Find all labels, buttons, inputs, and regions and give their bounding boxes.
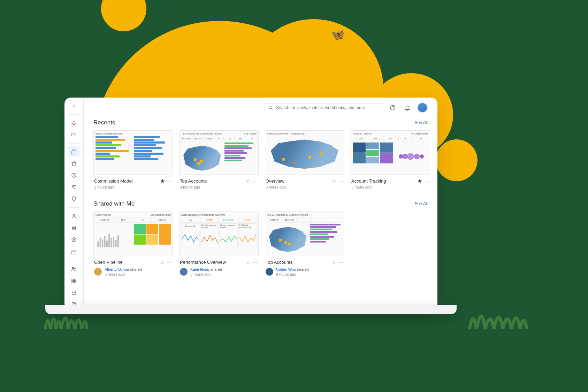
more-menu-button[interactable]: ⋯ [424, 178, 429, 184]
sidebar-item-groups[interactable] [68, 275, 80, 286]
sidebar-item-collections[interactable] [68, 222, 80, 233]
card-time: 2 hours ago [94, 185, 172, 189]
card-overview[interactable]: Executive Overview - Profitability (…) O… [265, 130, 344, 192]
card-time: 3 hours ago [266, 185, 344, 189]
card-open-pipeline[interactable]: Open PipelineElle Rogers's team $12,907,… [93, 212, 173, 280]
sidebar-item-schedules[interactable] [68, 287, 80, 298]
see-all-shared[interactable]: See All [415, 201, 428, 206]
star-icon[interactable]: ☆ [331, 259, 336, 266]
kpi-value: $2,030,000 [282, 217, 297, 223]
search-icon [268, 105, 273, 110]
svg-point-36 [407, 153, 414, 160]
card-performance-overview[interactable]: Sales Navigator | Performance Overview A… [179, 212, 259, 280]
sidebar-item-tableau[interactable] [68, 117, 80, 129]
sidebar-item-home[interactable] [68, 146, 80, 157]
more-menu-button[interactable]: ⋯ [167, 260, 172, 265]
card-title: Overview [266, 178, 284, 184]
thumb-tab: ALL [181, 217, 199, 223]
kpi-value: 2.63 days [203, 136, 213, 141]
sharer-avatar [94, 268, 102, 276]
sidebar-item-recents[interactable] [68, 170, 80, 181]
user-avatar[interactable] [417, 102, 428, 113]
search-box[interactable] [265, 103, 383, 112]
svg-marker-18 [73, 239, 75, 240]
thumb-title-text: Top 20 Accounts by Expected Amount [181, 132, 222, 135]
sidebar-expand-button[interactable] [68, 100, 80, 112]
sidebar-item-external[interactable] [68, 247, 80, 258]
more-menu-button[interactable]: ⋯ [253, 260, 258, 265]
sharer-name[interactable]: Katie Hoag [190, 267, 209, 271]
card-thumbnail: Open PipelineElle Rogers's team $12,907,… [93, 212, 173, 256]
kpi-value: 18 [225, 136, 235, 141]
svg-rect-48 [117, 236, 119, 247]
card-commission-model[interactable]: Sales Commission Model Commission Model [93, 130, 173, 192]
kpi-value [328, 217, 342, 223]
svg-rect-23 [72, 279, 74, 281]
kpi-value: 20 [414, 136, 428, 141]
see-all-recents[interactable]: See All [415, 120, 428, 125]
sidebar-item-recommendations[interactable] [68, 193, 80, 205]
svg-point-35 [402, 154, 408, 159]
sidebar-item-explore[interactable] [68, 234, 80, 245]
sidebar [64, 98, 84, 310]
thumb-title-text: Sales Commission Model [96, 132, 123, 135]
sidebar-item-new[interactable] [68, 129, 80, 140]
svg-rect-42 [104, 236, 105, 247]
card-time: 3 hours ago [351, 185, 429, 189]
svg-rect-27 [72, 291, 76, 295]
laptop-base [45, 305, 457, 314]
kpi-value: $12,907,250 [96, 217, 114, 223]
recents-cards: Sales Commission Model Commission Model [93, 130, 428, 192]
more-menu-button[interactable]: ⋯ [338, 260, 344, 265]
svg-rect-14 [72, 226, 76, 230]
card-account-tracking[interactable]: Account TrackingAll Dashboards $1,270K $… [351, 130, 430, 192]
kpi-value: 160 [383, 136, 398, 141]
svg-point-11 [72, 185, 74, 187]
kpi-value: 5 [398, 136, 413, 141]
sidebar-item-users[interactable] [68, 263, 80, 275]
more-menu-button[interactable]: ⋯ [167, 178, 172, 184]
star-icon[interactable]: ★ [160, 178, 165, 184]
sidebar-item-favorites[interactable] [68, 158, 80, 169]
search-input[interactable] [276, 105, 379, 110]
card-thumbnail: Executive Overview - Profitability (…) [265, 130, 344, 175]
svg-point-31 [269, 106, 272, 109]
more-menu-button[interactable]: ⋯ [253, 178, 258, 184]
sidebar-item-shared[interactable] [68, 182, 80, 193]
card-title: Commission Model [94, 178, 133, 184]
card-top-accounts-shared[interactable]: Top 20 Accounts by Expected Amount $7,39… [265, 212, 344, 280]
thumb-owner-text: Elle Rogers [244, 132, 257, 135]
star-icon[interactable]: ☆ [246, 178, 251, 184]
card-time: 3 hours ago [105, 272, 125, 276]
svg-rect-39 [97, 241, 99, 247]
sharer-name[interactable]: Alberto Ochoa [105, 267, 129, 271]
more-menu-button[interactable]: ⋯ [338, 178, 344, 184]
butterfly-decoration: 🦋 [331, 28, 345, 41]
svg-point-22 [75, 268, 76, 269]
svg-rect-46 [113, 237, 114, 247]
star-icon[interactable]: ☆ [331, 178, 336, 184]
section-title-recents: Recents [93, 119, 115, 126]
star-icon[interactable]: ☆ [160, 259, 165, 266]
svg-rect-24 [74, 279, 76, 281]
card-thumbnail: Sales Navigator | Performance Overview A… [179, 212, 259, 256]
help-button[interactable] [388, 103, 398, 113]
svg-point-37 [414, 154, 420, 159]
star-icon[interactable]: ★ [417, 178, 422, 184]
kpi-value [313, 217, 327, 223]
notifications-button[interactable] [403, 103, 412, 113]
section-title-shared: Shared with Me [93, 200, 135, 207]
thumb-title-text: Executive Overview - Profitability (…) [267, 132, 307, 135]
svg-rect-8 [72, 133, 75, 136]
svg-rect-43 [106, 240, 108, 247]
svg-rect-19 [72, 251, 76, 254]
sidebar-item-personal[interactable] [68, 210, 80, 222]
kpi-value: 68 out of 100 [181, 223, 199, 229]
card-title: Open Pipeline [94, 260, 123, 265]
card-top-accounts[interactable]: Top 20 Accounts by Expected AmountElle R… [179, 130, 259, 192]
star-icon[interactable]: ☆ [246, 259, 251, 266]
svg-rect-47 [115, 240, 116, 247]
sharer-name[interactable]: Colten Woo [276, 267, 296, 271]
thumb-tab: OWNED [238, 217, 257, 223]
topbar [93, 102, 428, 113]
